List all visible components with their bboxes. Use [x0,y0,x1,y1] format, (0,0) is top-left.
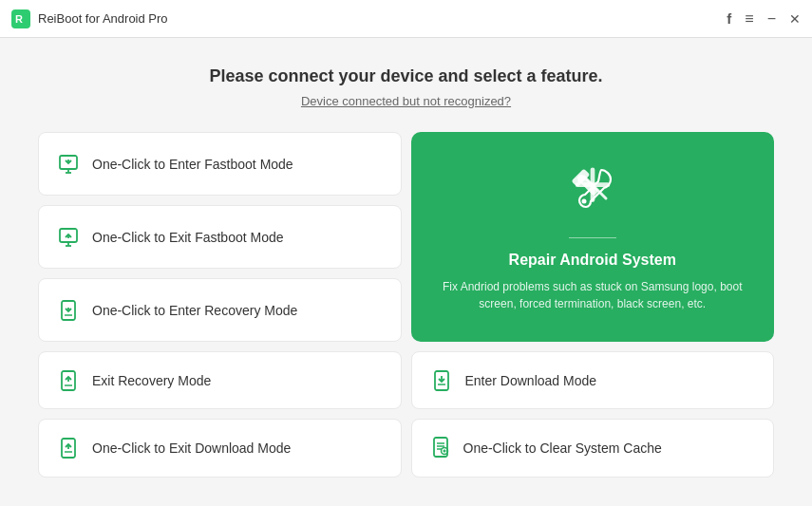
minimize-icon[interactable]: − [767,10,776,28]
enter-fastboot-button[interactable]: One-Click to Enter Fastboot Mode [38,132,402,196]
exit-recovery-icon [56,368,81,393]
app-logo: R [11,9,30,28]
svg-line-10 [584,177,606,198]
title-bar: R ReiBoot for Android Pro f ≡ − ✕ [0,0,812,38]
exit-recovery-button[interactable]: Exit Recovery Mode [38,351,402,409]
enter-download-label: Enter Download Mode [465,373,597,388]
clear-cache-label: One-Click to Clear System Cache [463,440,662,456]
enter-download-button[interactable]: Enter Download Mode [411,351,775,409]
svg-point-9 [581,199,586,204]
repair-card-title: Repair Android System [509,252,676,269]
svg-text:R: R [15,13,23,25]
enter-fastboot-label: One-Click to Enter Fastboot Mode [92,157,293,172]
app-title: ReiBoot for Android Pro [38,11,727,26]
repair-card-desc: Fix Andriod problems such as stuck on Sa… [430,278,756,312]
enter-recovery-label: One-Click to Enter Recovery Mode [92,303,297,318]
main-content: Please connect your device and select a … [0,38,812,506]
menu-icon[interactable]: ≡ [745,10,753,28]
exit-fastboot-button[interactable]: One-Click to Exit Fastboot Mode [38,205,402,269]
facebook-icon[interactable]: f [727,10,731,27]
enter-download-icon [429,368,454,393]
close-icon[interactable]: ✕ [789,11,801,27]
clear-cache-icon [429,436,452,461]
exit-download-button[interactable]: One-Click to Exit Download Mode [38,419,402,478]
exit-fastboot-label: One-Click to Exit Fastboot Mode [92,230,284,245]
exit-recovery-label: Exit Recovery Mode [92,373,211,388]
exit-download-label: One-Click to Exit Download Mode [92,440,291,456]
clear-cache-button[interactable]: One-Click to Clear System Cache [411,419,775,478]
device-not-recognized-link[interactable]: Device connected but not recognized? [301,94,511,108]
card-divider [569,237,616,238]
enter-fastboot-icon [56,152,81,177]
enter-recovery-icon [56,298,81,323]
repair-icon [564,161,621,218]
repair-android-card[interactable]: Repair Android System Fix Andriod proble… [411,132,775,342]
window-controls: f ≡ − ✕ [727,10,801,28]
exit-fastboot-icon [56,225,81,250]
features-grid: One-Click to Enter Fastboot Mode [38,132,774,478]
enter-recovery-button[interactable]: One-Click to Enter Recovery Mode [38,278,402,342]
header-title: Please connect your device and select a … [38,66,774,86]
svg-line-11 [579,178,583,181]
exit-download-icon [56,436,81,460]
header-section: Please connect your device and select a … [38,66,774,109]
